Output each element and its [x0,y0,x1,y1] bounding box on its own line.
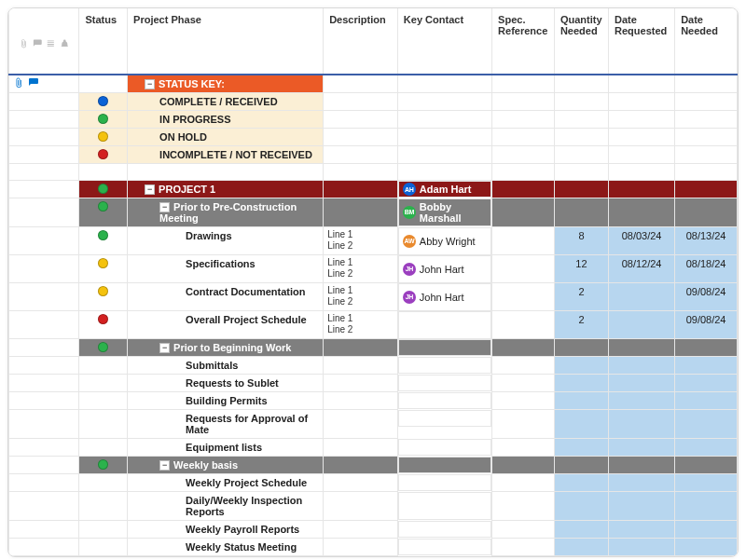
spec-cell[interactable] [492,410,555,439]
date-needed-cell[interactable]: 09/08/24 [675,283,738,311]
attachment-icon[interactable] [13,77,24,89]
date-needed-cell[interactable] [675,392,738,410]
row-gutter[interactable] [9,357,79,375]
date-needed-cell[interactable] [675,474,738,492]
phase-cell[interactable]: Daily/Weekly Inspection Reports [128,492,324,521]
row-gutter[interactable] [9,339,79,357]
col-contact[interactable]: Key Contact [397,8,491,75]
qty-cell[interactable] [554,375,608,392]
contact-cell[interactable] [398,539,491,555]
desc-cell[interactable]: Line 1Line 2 [324,227,398,255]
status-cell[interactable] [79,93,128,111]
row-gutter[interactable] [9,227,79,255]
contact-cell[interactable] [398,392,491,409]
col-desc[interactable]: Description [324,8,398,75]
desc-cell[interactable] [324,392,398,410]
qty-cell[interactable] [554,474,608,492]
desc-cell[interactable] [324,492,398,521]
status-cell[interactable] [79,539,128,556]
qty-cell[interactable] [554,392,608,410]
status-cell[interactable] [79,392,128,410]
contact-cell[interactable]: JHJohn Hart [398,255,491,283]
contact-cell[interactable]: BMBobby Marshall [398,198,491,226]
spec-cell[interactable] [492,492,555,521]
date-needed-cell[interactable]: 09/08/24 [675,311,738,339]
desc-cell[interactable] [324,357,398,375]
qty-cell[interactable]: 8 [554,227,608,255]
date-requested-cell[interactable] [609,474,675,492]
phase-cell[interactable]: Building Permits [128,392,324,410]
contact-cell[interactable] [398,521,491,538]
collapse-icon[interactable]: − [159,343,170,353]
phase-cell[interactable]: Requests for Approval of Mate [128,410,324,439]
qty-cell[interactable] [554,521,608,539]
status-cell[interactable] [79,339,128,357]
date-requested-cell[interactable] [609,392,675,410]
status-cell[interactable] [79,283,128,311]
phase-cell[interactable]: Overall Project Schedule [128,311,324,339]
row-gutter[interactable] [9,181,79,198]
row-gutter[interactable] [9,492,79,521]
contact-cell[interactable]: AWAbby Wright [398,227,491,255]
phase-cell[interactable]: Submittals [128,357,324,375]
contact-cell[interactable] [398,492,491,520]
status-cell[interactable] [79,410,128,439]
date-requested-cell[interactable] [609,439,675,457]
contact-cell[interactable] [398,311,491,339]
grid-table[interactable]: Status Project Phase Description Key Con… [8,8,738,556]
status-cell[interactable] [79,146,128,164]
status-key-label[interactable]: IN PROGRESS [128,111,324,129]
row-gutter[interactable] [9,392,79,410]
col-phase[interactable]: Project Phase [128,8,324,75]
spec-cell[interactable] [492,474,555,492]
collapse-icon[interactable]: − [159,460,170,471]
desc-cell[interactable]: Line 1Line 2 [324,311,398,339]
status-cell[interactable] [79,198,128,227]
phase-cell[interactable]: Weekly Project Schedule [128,474,324,492]
desc-cell[interactable] [324,375,398,392]
row-gutter[interactable] [9,311,79,339]
status-cell[interactable] [79,111,128,129]
contact-cell[interactable] [398,439,491,456]
date-requested-cell[interactable] [609,311,675,339]
status-cell[interactable] [79,492,128,521]
date-needed-cell[interactable]: 08/18/24 [675,255,738,283]
row-gutter[interactable] [9,75,79,93]
date-requested-cell[interactable] [609,521,675,539]
section-title[interactable]: −Prior to Pre-Construction Meeting [128,198,324,227]
row-gutter[interactable] [9,439,79,457]
status-key-label[interactable]: COMPLETE / RECEIVED [128,93,324,111]
row-gutter[interactable] [9,129,79,146]
contact-cell[interactable] [398,457,491,473]
row-gutter[interactable] [9,146,79,164]
row-gutter[interactable] [9,93,79,111]
row-gutter[interactable] [9,375,79,392]
contact-cell[interactable]: JHJohn Hart [398,283,491,311]
spec-cell[interactable] [492,539,555,556]
date-requested-cell[interactable] [609,410,675,439]
desc-cell[interactable]: Line 1Line 2 [324,283,398,311]
phase-cell[interactable]: Drawings [128,227,324,255]
row-gutter[interactable] [9,539,79,556]
desc-cell[interactable] [324,410,398,439]
spec-cell[interactable] [492,521,555,539]
contact-cell[interactable] [398,375,491,391]
status-cell[interactable] [79,181,128,198]
desc-cell[interactable] [324,474,398,492]
status-key-label[interactable]: ON HOLD [128,129,324,146]
status-key-label[interactable]: INCOMPLETE / NOT RECEIVED [128,146,324,164]
phase-cell[interactable]: Contract Documentation [128,283,324,311]
contact-cell[interactable]: AH Adam Hart [398,181,491,198]
project-title[interactable]: −PROJECT 1 [128,181,324,198]
status-cell[interactable] [79,474,128,492]
date-requested-cell[interactable]: 08/12/24 [609,255,675,283]
col-qty[interactable]: Quantity Needed [554,8,608,75]
status-cell[interactable] [79,457,128,474]
spec-cell[interactable] [492,255,555,283]
phase-cell[interactable]: Requests to Sublet [128,375,324,392]
qty-cell[interactable] [554,357,608,375]
date-needed-cell[interactable]: 08/13/24 [675,227,738,255]
row-gutter[interactable] [9,198,79,227]
status-cell[interactable] [79,129,128,146]
row-gutter[interactable] [9,164,79,181]
